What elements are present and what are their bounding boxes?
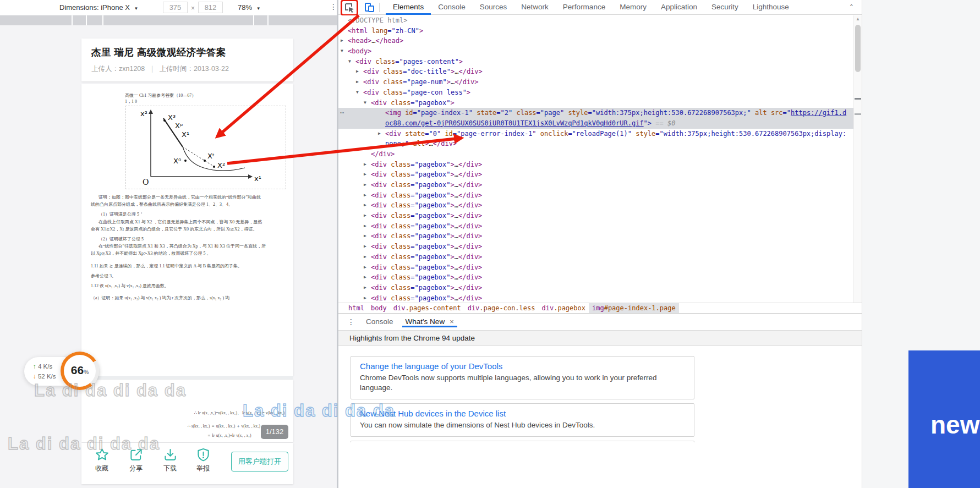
breadcrumb-item[interactable]: body xyxy=(368,303,390,314)
dom-tree-node[interactable]: ▶<div class="pagebox">…</div> xyxy=(338,180,853,190)
breadcrumb-item[interactable]: div.pagebox xyxy=(539,303,589,314)
dom-tree-node[interactable]: oc88.com/get-0jPR0SUX0SUS0iUR0T0U1TEX1js… xyxy=(338,118,853,129)
dom-tree-node[interactable]: <!DOCTYPE html> xyxy=(338,15,853,26)
node-menu-icon[interactable]: ⋯ xyxy=(340,108,344,118)
tab-elements[interactable]: Elements xyxy=(386,0,431,15)
scrollbar-thumb[interactable] xyxy=(855,25,861,72)
download-unit: K/s xyxy=(47,373,56,380)
collapse-arrow-icon[interactable]: ▶ xyxy=(364,190,366,201)
collapse-arrow-icon[interactable]: ▶ xyxy=(364,200,366,211)
zoom-selector[interactable]: 78% ▼ xyxy=(238,3,261,12)
expand-arrow-icon[interactable]: ▼ xyxy=(341,46,343,57)
dom-tree-node[interactable]: none;" alt>…</div> xyxy=(338,139,853,149)
code-segment: > xyxy=(451,201,455,209)
device-selector[interactable]: Dimensions: iPhone X ▼ xyxy=(59,3,138,12)
open-in-app-button[interactable]: 用客户端打开 xyxy=(231,452,288,471)
code-segment: oc88.com/get-0jPR0SUX0SUS0iUR0T0U1TEX1js… xyxy=(385,119,644,127)
dom-tree-node[interactable]: ▶<div class="page-num">…</div> xyxy=(338,77,853,87)
dom-tree-node[interactable]: ▼<body> xyxy=(338,46,853,57)
dom-tree-node[interactable]: ▶<div class="pagebox">…</div> xyxy=(338,293,853,303)
dom-tree-node[interactable]: ▶<div class="pagebox">…</div> xyxy=(338,160,853,170)
dom-tree-node[interactable]: ▼<div class="pagebox"> xyxy=(338,98,853,108)
dom-tree-node[interactable]: ▶<div class="pagebox">…</div> xyxy=(338,169,853,180)
collapse-arrow-icon[interactable]: ▶ xyxy=(364,231,366,242)
dom-tree-node[interactable]: ▶<div class="pagebox">…</div> xyxy=(338,200,853,211)
dom-tree-node[interactable]: </div> xyxy=(338,149,853,160)
download-icon xyxy=(163,447,178,462)
collapse-arrow-icon[interactable]: ▶ xyxy=(364,211,366,221)
collapse-arrow-icon[interactable]: ▶ xyxy=(364,252,366,262)
breadcrumb-item[interactable]: img#page-index-1.page xyxy=(589,303,679,314)
tab-lighthouse[interactable]: Lighthouse xyxy=(746,0,796,15)
close-icon[interactable]: × xyxy=(450,317,454,326)
dom-tree-node[interactable]: ▶<div class="pagebox">…</div> xyxy=(338,221,853,232)
tab-memory[interactable]: Memory xyxy=(612,0,654,15)
code-segment: class xyxy=(371,58,395,65)
dom-tree-node[interactable]: ▶<div state="0" id="page-error-index-1" … xyxy=(338,129,853,139)
collapse-arrow-icon[interactable]: ▶ xyxy=(356,77,359,87)
document-page-1[interactable]: 高微一 Ch1 习题参考答案（10—67） 1，1 0 x² x¹ O X³ X… xyxy=(81,84,293,376)
tab-security[interactable]: Security xyxy=(704,0,746,15)
drawer-tab-console[interactable]: Console xyxy=(363,317,397,326)
viewport-height-input[interactable]: 812 xyxy=(198,2,223,13)
collapse-arrow-icon[interactable]: ▶ xyxy=(364,169,366,180)
scrollbar-up-arrow-icon[interactable]: ▲ xyxy=(854,17,862,21)
device-name: iPhone X xyxy=(101,3,130,12)
breadcrumb-item[interactable]: div.page-con.less xyxy=(464,303,539,314)
dom-tree-node[interactable]: ▶<div class="pagebox">…</div> xyxy=(338,190,853,201)
expand-arrow-icon[interactable]: ▼ xyxy=(364,98,366,108)
expand-arrow-icon[interactable]: ▼ xyxy=(356,87,359,98)
tab-network[interactable]: Network xyxy=(514,0,556,15)
breadcrumb-item[interactable]: html xyxy=(345,303,368,314)
whats-new-card-link[interactable]: Change the language of your DevTools xyxy=(360,361,685,371)
collapse-arrow-icon[interactable]: ▶ xyxy=(364,262,366,273)
code-segment: </div> xyxy=(458,294,482,302)
elements-scrollbar[interactable]: ▲ xyxy=(853,15,862,303)
inspect-element-icon[interactable] xyxy=(343,2,355,14)
collapse-arrow-icon[interactable]: ▶ xyxy=(356,67,359,77)
dom-tree-node[interactable]: <html lang="zh-CN"> xyxy=(338,26,853,36)
collapse-arrow-icon[interactable]: ▶ xyxy=(378,129,381,139)
dom-tree-node[interactable]: ▶<div class="pagebox">…</div> xyxy=(338,242,853,252)
dom-tree-node[interactable]: ▼<div class="page-con less"> xyxy=(338,87,853,98)
drawer-menu-icon[interactable]: ⋮ xyxy=(347,317,355,326)
collapse-arrow-icon[interactable]: ▶ xyxy=(364,272,366,283)
dom-tree-node[interactable]: ⋯<img id="page-index-1" state="2" class=… xyxy=(338,108,853,118)
toggle-device-toolbar-icon[interactable] xyxy=(364,2,375,13)
dom-tree-node[interactable]: ▶<div class="pagebox">…</div> xyxy=(338,252,853,262)
whats-new-card-link[interactable]: New Nest Hub devices in the Device list xyxy=(360,409,685,418)
viewport-width-input[interactable]: 375 xyxy=(163,2,188,13)
tab-sources[interactable]: Sources xyxy=(473,0,514,15)
code-segment: alt xyxy=(409,140,425,147)
overflow-chevron-icon[interactable]: ⌃ xyxy=(849,3,854,10)
collapse-arrow-icon[interactable]: ▶ xyxy=(364,242,366,252)
download-arrow-icon: ↓ xyxy=(33,373,36,380)
collapse-arrow-icon[interactable]: ▶ xyxy=(364,293,366,303)
tab-performance[interactable]: Performance xyxy=(556,0,612,15)
dom-tree-node[interactable]: ▶<div class="pagebox">…</div> xyxy=(338,211,853,221)
tab-console[interactable]: Console xyxy=(431,0,473,15)
collapse-arrow-icon[interactable]: ▶ xyxy=(341,36,343,46)
dom-tree-node[interactable]: ▶<div class="pagebox">…</div> xyxy=(338,272,853,283)
drawer-tab-what-s-new[interactable]: What's New× xyxy=(402,317,457,327)
collapse-arrow-icon[interactable]: ▶ xyxy=(364,283,366,293)
toolbar-item-report[interactable]: 举报 xyxy=(188,447,218,473)
collapse-arrow-icon[interactable]: ▶ xyxy=(364,180,366,190)
device-toolbar-menu-icon[interactable]: ⋮ xyxy=(330,2,337,11)
tab-application[interactable]: Application xyxy=(654,0,704,15)
toolbar-item-label: 下载 xyxy=(155,464,185,473)
dom-tree-node[interactable]: ▶<div class="doc-title">…</div> xyxy=(338,67,853,77)
collapse-arrow-icon[interactable]: ▶ xyxy=(364,160,366,170)
dom-tree-node[interactable]: ▶<div class="pagebox">…</div> xyxy=(338,262,853,273)
scan-text-line: 在曲线上任取两点 X1 与 X2 ，它们是无差异集上两个不同点，皆与 X0 无差… xyxy=(91,218,285,226)
dom-tree-node[interactable]: ▶<div class="pagebox">…</div> xyxy=(338,283,853,293)
dom-tree-node[interactable]: ▶<div class="pagebox">…</div> xyxy=(338,231,853,242)
breadcrumb-item[interactable]: div.pages-content xyxy=(390,303,464,314)
expand-arrow-icon[interactable]: ▼ xyxy=(348,57,351,67)
media-query-ruler[interactable] xyxy=(0,15,337,25)
code-segment: > xyxy=(451,232,455,240)
whats-new-card-partial xyxy=(351,441,694,442)
collapse-arrow-icon[interactable]: ▶ xyxy=(364,221,366,232)
dom-tree-node[interactable]: ▼<div class="pages-content"> xyxy=(338,57,853,67)
dom-tree-node[interactable]: ▶<head>…</head> xyxy=(338,36,853,46)
